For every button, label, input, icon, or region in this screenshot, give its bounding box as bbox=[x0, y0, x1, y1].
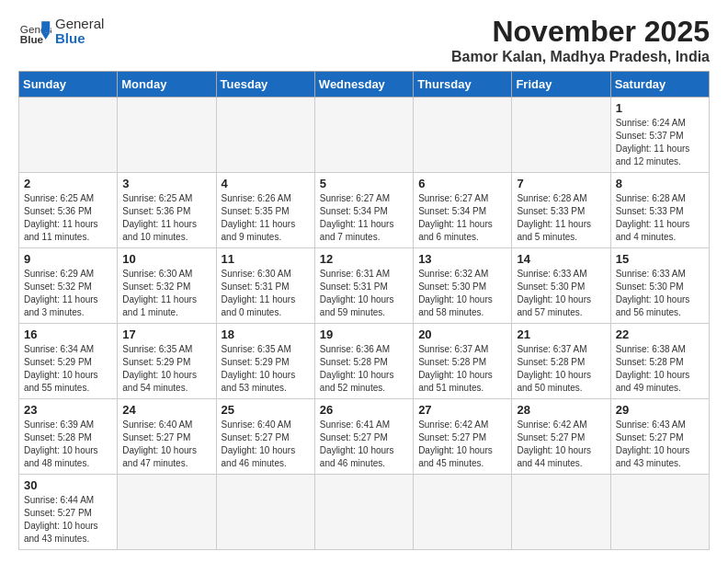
calendar-day-cell bbox=[610, 475, 709, 550]
day-number: 26 bbox=[320, 403, 408, 417]
day-number: 1 bbox=[616, 101, 704, 115]
weekday-header-wednesday: Wednesday bbox=[314, 72, 413, 98]
day-info: Sunrise: 6:44 AM Sunset: 5:27 PM Dayligh… bbox=[24, 494, 112, 546]
calendar-day-cell: 29Sunrise: 6:43 AM Sunset: 5:27 PM Dayli… bbox=[610, 399, 709, 475]
day-info: Sunrise: 6:26 AM Sunset: 5:35 PM Dayligh… bbox=[222, 192, 310, 244]
day-number: 18 bbox=[222, 327, 310, 341]
logo-blue: Blue bbox=[55, 31, 104, 47]
day-info: Sunrise: 6:30 AM Sunset: 5:32 PM Dayligh… bbox=[122, 268, 210, 319]
calendar-day-cell: 25Sunrise: 6:40 AM Sunset: 5:27 PM Dayli… bbox=[216, 399, 314, 475]
day-info: Sunrise: 6:35 AM Sunset: 5:29 PM Dayligh… bbox=[222, 343, 310, 395]
day-info: Sunrise: 6:24 AM Sunset: 5:37 PM Dayligh… bbox=[616, 117, 704, 168]
day-number: 20 bbox=[418, 327, 506, 341]
page-header: General Blue General Blue November 2025 … bbox=[18, 15, 710, 65]
calendar-day-cell: 7Sunrise: 6:28 AM Sunset: 5:33 PM Daylig… bbox=[512, 173, 610, 248]
calendar-day-cell bbox=[118, 475, 216, 550]
calendar-day-cell: 15Sunrise: 6:33 AM Sunset: 5:30 PM Dayli… bbox=[610, 248, 709, 324]
day-number: 5 bbox=[320, 177, 408, 190]
calendar-day-cell: 9Sunrise: 6:29 AM Sunset: 5:32 PM Daylig… bbox=[19, 248, 118, 324]
calendar-day-cell: 23Sunrise: 6:39 AM Sunset: 5:28 PM Dayli… bbox=[19, 399, 118, 475]
calendar-day-cell: 6Sunrise: 6:27 AM Sunset: 5:34 PM Daylig… bbox=[414, 173, 512, 248]
day-info: Sunrise: 6:25 AM Sunset: 5:36 PM Dayligh… bbox=[24, 192, 112, 244]
calendar-day-cell bbox=[118, 98, 216, 173]
weekday-header-thursday: Thursday bbox=[414, 72, 512, 98]
day-number: 25 bbox=[222, 403, 310, 417]
day-info: Sunrise: 6:40 AM Sunset: 5:27 PM Dayligh… bbox=[122, 419, 210, 470]
day-number: 27 bbox=[418, 403, 506, 417]
day-info: Sunrise: 6:42 AM Sunset: 5:27 PM Dayligh… bbox=[418, 419, 506, 470]
day-info: Sunrise: 6:37 AM Sunset: 5:28 PM Dayligh… bbox=[418, 343, 506, 395]
day-info: Sunrise: 6:28 AM Sunset: 5:33 PM Dayligh… bbox=[616, 192, 704, 244]
day-number: 3 bbox=[122, 177, 210, 190]
day-number: 2 bbox=[24, 177, 112, 190]
day-info: Sunrise: 6:30 AM Sunset: 5:31 PM Dayligh… bbox=[222, 268, 310, 319]
calendar-day-cell bbox=[216, 475, 314, 550]
day-number: 13 bbox=[418, 252, 506, 266]
day-info: Sunrise: 6:33 AM Sunset: 5:30 PM Dayligh… bbox=[517, 268, 605, 319]
calendar-day-cell: 24Sunrise: 6:40 AM Sunset: 5:27 PM Dayli… bbox=[118, 399, 216, 475]
calendar-day-cell: 16Sunrise: 6:34 AM Sunset: 5:29 PM Dayli… bbox=[19, 324, 118, 399]
calendar-day-cell: 5Sunrise: 6:27 AM Sunset: 5:34 PM Daylig… bbox=[314, 173, 413, 248]
day-number: 22 bbox=[616, 327, 704, 341]
calendar-week-row: 30Sunrise: 6:44 AM Sunset: 5:27 PM Dayli… bbox=[19, 475, 710, 550]
day-number: 14 bbox=[517, 252, 605, 266]
calendar-day-cell: 19Sunrise: 6:36 AM Sunset: 5:28 PM Dayli… bbox=[314, 324, 413, 399]
calendar-day-cell: 10Sunrise: 6:30 AM Sunset: 5:32 PM Dayli… bbox=[118, 248, 216, 324]
day-number: 7 bbox=[517, 177, 605, 190]
weekday-header-monday: Monday bbox=[118, 72, 216, 98]
day-number: 8 bbox=[616, 177, 704, 190]
calendar-day-cell bbox=[512, 98, 610, 173]
weekday-header-row: SundayMondayTuesdayWednesdayThursdayFrid… bbox=[19, 72, 710, 98]
calendar-day-cell bbox=[314, 98, 413, 173]
day-info: Sunrise: 6:40 AM Sunset: 5:27 PM Dayligh… bbox=[222, 419, 310, 470]
day-info: Sunrise: 6:29 AM Sunset: 5:32 PM Dayligh… bbox=[24, 268, 112, 319]
weekday-header-tuesday: Tuesday bbox=[216, 72, 314, 98]
day-info: Sunrise: 6:41 AM Sunset: 5:27 PM Dayligh… bbox=[320, 419, 408, 470]
calendar-day-cell: 13Sunrise: 6:32 AM Sunset: 5:30 PM Dayli… bbox=[414, 248, 512, 324]
calendar-week-row: 9Sunrise: 6:29 AM Sunset: 5:32 PM Daylig… bbox=[19, 248, 710, 324]
calendar-day-cell: 30Sunrise: 6:44 AM Sunset: 5:27 PM Dayli… bbox=[19, 475, 118, 550]
calendar-week-row: 23Sunrise: 6:39 AM Sunset: 5:28 PM Dayli… bbox=[19, 399, 710, 475]
calendar-day-cell: 28Sunrise: 6:42 AM Sunset: 5:27 PM Dayli… bbox=[512, 399, 610, 475]
calendar-week-row: 16Sunrise: 6:34 AM Sunset: 5:29 PM Dayli… bbox=[19, 324, 710, 399]
day-number: 10 bbox=[122, 252, 210, 266]
calendar-week-row: 1Sunrise: 6:24 AM Sunset: 5:37 PM Daylig… bbox=[19, 98, 710, 173]
calendar-day-cell bbox=[414, 98, 512, 173]
calendar-day-cell: 17Sunrise: 6:35 AM Sunset: 5:29 PM Dayli… bbox=[118, 324, 216, 399]
calendar-day-cell: 2Sunrise: 6:25 AM Sunset: 5:36 PM Daylig… bbox=[19, 173, 118, 248]
calendar-day-cell: 27Sunrise: 6:42 AM Sunset: 5:27 PM Dayli… bbox=[414, 399, 512, 475]
weekday-header-sunday: Sunday bbox=[19, 72, 118, 98]
day-number: 19 bbox=[320, 327, 408, 341]
day-info: Sunrise: 6:38 AM Sunset: 5:28 PM Dayligh… bbox=[616, 343, 704, 395]
calendar-week-row: 2Sunrise: 6:25 AM Sunset: 5:36 PM Daylig… bbox=[19, 173, 710, 248]
day-number: 12 bbox=[320, 252, 408, 266]
day-info: Sunrise: 6:32 AM Sunset: 5:30 PM Dayligh… bbox=[418, 268, 506, 319]
svg-marker-2 bbox=[41, 21, 50, 33]
day-info: Sunrise: 6:39 AM Sunset: 5:28 PM Dayligh… bbox=[24, 419, 112, 470]
day-info: Sunrise: 6:27 AM Sunset: 5:34 PM Dayligh… bbox=[320, 192, 408, 244]
weekday-header-friday: Friday bbox=[512, 72, 610, 98]
month-title: November 2025 bbox=[451, 15, 710, 49]
calendar-day-cell: 20Sunrise: 6:37 AM Sunset: 5:28 PM Dayli… bbox=[414, 324, 512, 399]
day-number: 15 bbox=[616, 252, 704, 266]
day-number: 11 bbox=[222, 252, 310, 266]
logo-icon: General Blue bbox=[18, 15, 51, 48]
day-number: 9 bbox=[24, 252, 112, 266]
day-info: Sunrise: 6:25 AM Sunset: 5:36 PM Dayligh… bbox=[122, 192, 210, 244]
calendar-day-cell bbox=[216, 98, 314, 173]
calendar-day-cell bbox=[512, 475, 610, 550]
day-number: 29 bbox=[616, 403, 704, 417]
day-info: Sunrise: 6:36 AM Sunset: 5:28 PM Dayligh… bbox=[320, 343, 408, 395]
day-info: Sunrise: 6:28 AM Sunset: 5:33 PM Dayligh… bbox=[517, 192, 605, 244]
calendar-day-cell: 22Sunrise: 6:38 AM Sunset: 5:28 PM Dayli… bbox=[610, 324, 709, 399]
day-number: 6 bbox=[418, 177, 506, 190]
day-info: Sunrise: 6:43 AM Sunset: 5:27 PM Dayligh… bbox=[616, 419, 704, 470]
calendar-day-cell: 18Sunrise: 6:35 AM Sunset: 5:29 PM Dayli… bbox=[216, 324, 314, 399]
logo: General Blue General Blue bbox=[18, 15, 104, 48]
day-info: Sunrise: 6:31 AM Sunset: 5:31 PM Dayligh… bbox=[320, 268, 408, 319]
location-title: Bamor Kalan, Madhya Pradesh, India bbox=[451, 49, 710, 65]
day-info: Sunrise: 6:33 AM Sunset: 5:30 PM Dayligh… bbox=[616, 268, 704, 319]
day-number: 16 bbox=[24, 327, 112, 341]
day-number: 4 bbox=[222, 177, 310, 190]
title-block: November 2025 Bamor Kalan, Madhya Prades… bbox=[451, 15, 710, 65]
